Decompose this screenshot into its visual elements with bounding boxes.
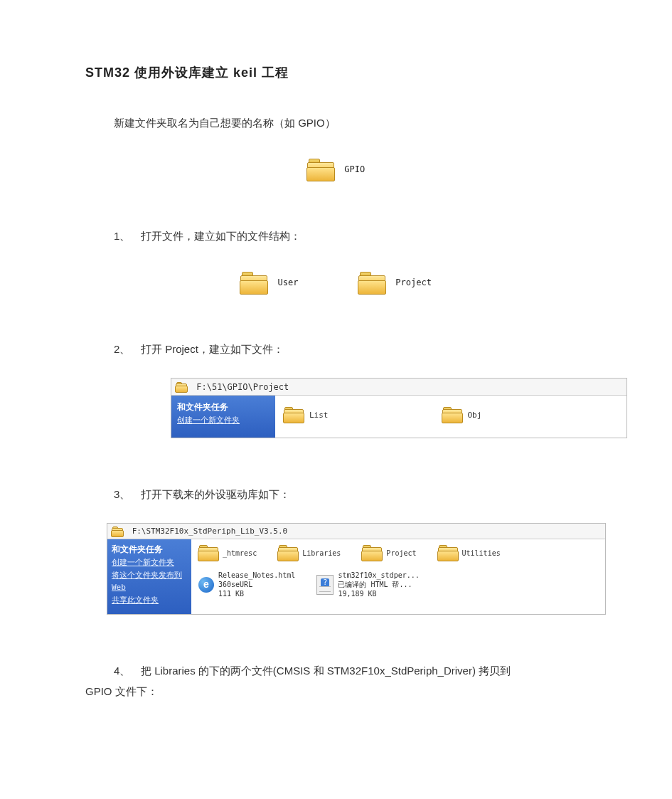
folder-icon — [362, 545, 382, 561]
step-2-explorer: F:\51\GPIO\Project 和文件夹任务 创建一个新文件夹 List — [171, 378, 627, 438]
folder-icon — [438, 545, 458, 561]
address-bar: F:\STM32F10x_StdPeriph_Lib_V3.5.0 — [107, 524, 605, 540]
folder-icon — [358, 272, 385, 293]
step-3-explorer: F:\STM32F10x_StdPeriph_Lib_V3.5.0 和文件夹任务… — [107, 523, 606, 615]
step-4-number: 4、 — [114, 665, 128, 678]
project-label: Project — [386, 549, 416, 558]
folder-icon — [278, 545, 298, 561]
release-notes-file[interactable]: Release_Notes.html 360seURL 111 KB — [198, 571, 295, 598]
step-3-number: 3、 — [114, 488, 128, 502]
address-bar: F:\51\GPIO\Project — [171, 379, 626, 396]
step-4-continuation: GPIO 文件下： — [85, 685, 587, 699]
sidebar-link-publish-web[interactable]: 将这个文件夹发布到 Web — [112, 569, 187, 594]
step-2: 2、打开 Project，建立如下文件： — [114, 343, 587, 356]
address-text: F:\51\GPIO\Project — [196, 382, 289, 392]
sidebar-link-new-folder[interactable]: 创建一个新文件夹 — [112, 556, 187, 569]
folder-icon — [240, 272, 267, 293]
address-text: F:\STM32F10x_StdPeriph_Lib_V3.5.0 — [132, 527, 288, 536]
folder-icon — [112, 527, 123, 536]
sidebar-link-share[interactable]: 共享此文件夹 — [112, 594, 187, 607]
list-folder[interactable]: List — [284, 403, 329, 428]
step-1: 1、打开文件，建立如下的文件结构： — [114, 230, 587, 243]
folder-icon — [442, 407, 462, 423]
step-1-number: 1、 — [114, 230, 128, 243]
libraries-folder[interactable]: Libraries — [278, 545, 341, 561]
folder-icon — [198, 545, 218, 561]
project-folder-label: Project — [395, 277, 432, 287]
ie-icon — [198, 577, 214, 593]
step-4: 4、把 Libraries 的下的两个文件(CMSIS 和 STM32F10x_… — [114, 665, 587, 678]
user-folder-label: User — [278, 277, 299, 287]
obj-folder[interactable]: Obj — [442, 403, 482, 428]
explorer-sidebar: 和文件夹任务 创建一个新文件夹 — [171, 396, 275, 438]
chm-label: stm32f10x_stdper... 已编译的 HTML 帮... 19,18… — [338, 571, 416, 598]
step-2-number: 2、 — [114, 343, 128, 356]
folder-icon — [307, 159, 334, 180]
page-title: STM32 使用外设库建立 keil 工程 — [85, 64, 587, 81]
step-1-text: 打开文件，建立如下的文件结构： — [141, 230, 301, 242]
project-folder[interactable]: Project — [362, 545, 416, 561]
gpio-folder-figure: GPIO — [85, 159, 587, 180]
explorer-main: List Obj — [275, 396, 626, 438]
gpio-folder-label: GPIO — [344, 164, 365, 174]
explorer-sidebar: 和文件夹任务 创建一个新文件夹 将这个文件夹发布到 Web 共享此文件夹 — [107, 539, 191, 614]
utilities-label: Utilities — [462, 549, 501, 558]
release-notes-label: Release_Notes.html 360seURL 111 KB — [218, 571, 295, 598]
utilities-folder[interactable]: Utilities — [438, 545, 501, 561]
step-2-text: 打开 Project，建立如下文件： — [141, 343, 284, 355]
step-3-text: 打开下载来的外设驱动库如下： — [141, 488, 290, 500]
folder-icon — [176, 382, 187, 391]
chm-icon — [316, 575, 334, 595]
step-3: 3、打开下载来的外设驱动库如下： — [114, 488, 587, 502]
obj-folder-label: Obj — [468, 411, 482, 420]
intro-text: 新建文件夹取名为自己想要的名称（如 GPIO） — [114, 117, 587, 130]
sidebar-title: 和文件夹任务 — [177, 400, 270, 414]
step-1-folders: User Project — [85, 272, 587, 293]
sidebar-link-new-folder[interactable]: 创建一个新文件夹 — [177, 414, 270, 428]
explorer-main: _htmresc Libraries Project — [191, 539, 605, 614]
htmresc-label: _htmresc — [223, 549, 257, 558]
chm-help-file[interactable]: stm32f10x_stdper... 已编译的 HTML 帮... 19,18… — [316, 571, 416, 598]
libraries-label: Libraries — [302, 549, 341, 558]
folder-icon — [284, 407, 304, 423]
list-folder-label: List — [309, 411, 329, 420]
sidebar-title: 和文件夹任务 — [112, 543, 187, 556]
step-4-text: 把 Libraries 的下的两个文件(CMSIS 和 STM32F10x_St… — [141, 665, 511, 677]
htmresc-folder[interactable]: _htmresc — [198, 545, 257, 561]
